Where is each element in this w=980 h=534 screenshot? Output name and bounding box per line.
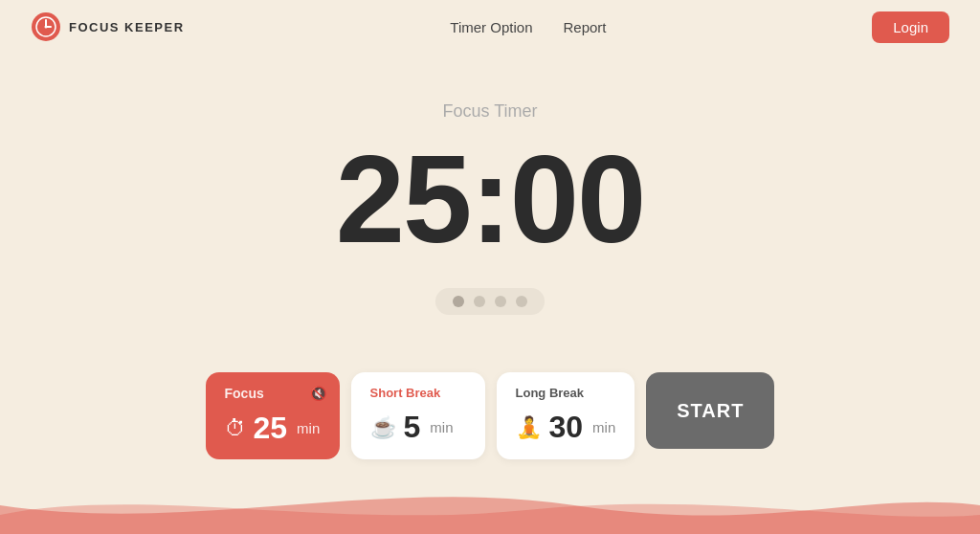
header: FOCUS KEEPER Timer Option Report Login: [0, 0, 980, 54]
long-break-time-row: 🧘 30 min: [516, 410, 616, 445]
nav-timer-option[interactable]: Timer Option: [450, 19, 532, 35]
dot-4[interactable]: [516, 296, 527, 307]
logo-area: FOCUS KEEPER: [31, 11, 185, 42]
focus-time-row: ⏱ 25 min: [225, 411, 321, 446]
main-content: Focus Timer 25:00 Focus 🔇 ⏱ 25 min Short…: [0, 54, 980, 459]
timer-icon: ⏱: [225, 416, 246, 441]
dot-3[interactable]: [495, 296, 506, 307]
short-break-time-row: ☕ 5 min: [370, 410, 466, 445]
coffee-icon: ☕: [370, 415, 396, 440]
focus-timer-label: Focus Timer: [442, 101, 537, 122]
focus-card[interactable]: Focus 🔇 ⏱ 25 min: [206, 372, 340, 459]
nav-report[interactable]: Report: [563, 19, 606, 35]
start-button[interactable]: START: [646, 372, 774, 449]
dot-2[interactable]: [474, 296, 485, 307]
focus-time-unit: min: [297, 420, 320, 436]
cards-row: Focus 🔇 ⏱ 25 min Short Break ☕ 5 min Lon…: [206, 372, 775, 459]
bottom-wave: [0, 477, 980, 534]
nav: Timer Option Report: [450, 19, 606, 35]
short-break-title: Short Break: [370, 386, 466, 400]
relax-icon: 🧘: [516, 415, 542, 440]
long-break-time-unit: min: [592, 419, 615, 435]
short-break-time-number: 5: [404, 410, 421, 445]
timer-display: 25:00: [336, 137, 645, 261]
focus-card-title: Focus: [225, 386, 321, 401]
dot-1[interactable]: [453, 296, 464, 307]
svg-point-4: [45, 26, 48, 29]
focus-time-number: 25: [254, 411, 288, 446]
login-button[interactable]: Login: [872, 11, 949, 43]
short-break-card[interactable]: Short Break ☕ 5 min: [351, 372, 485, 459]
mode-dots: [435, 288, 545, 315]
long-break-title: Long Break: [516, 386, 616, 400]
long-break-card[interactable]: Long Break 🧘 30 min: [497, 372, 635, 459]
logo-icon: [31, 11, 61, 42]
logo-text: FOCUS KEEPER: [69, 20, 185, 34]
long-break-time-number: 30: [549, 410, 584, 445]
short-break-time-unit: min: [430, 419, 453, 435]
sound-icon: 🔇: [310, 386, 326, 401]
